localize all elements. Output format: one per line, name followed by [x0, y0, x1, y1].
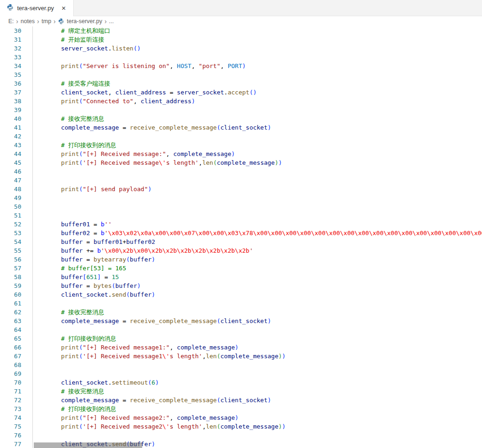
code-text[interactable] [32, 202, 482, 211]
code-text[interactable]: client_socket, client_address = server_s… [32, 88, 482, 97]
code-line[interactable]: 53 buffer02 = b'\x03\x02\x0a\x00\x00\x07… [0, 229, 482, 237]
code-text[interactable] [32, 361, 482, 369]
line-number[interactable]: 76 [0, 431, 32, 440]
line-number[interactable]: 70 [0, 378, 32, 387]
close-icon[interactable]: ✕ [60, 4, 67, 12]
code-line[interactable]: 51 [0, 211, 482, 220]
code-line[interactable]: 36 # 接受客户端连接 [0, 79, 482, 88]
code-text[interactable]: # 接受客户端连接 [32, 79, 482, 88]
code-line[interactable]: 71 # 接收完整消息 [0, 387, 482, 396]
code-line[interactable]: 31 # 开始监听连接 [0, 35, 482, 44]
line-number[interactable]: 66 [0, 343, 32, 352]
code-line[interactable]: 39 [0, 106, 482, 114]
code-line[interactable]: 42 [0, 132, 482, 141]
code-line[interactable]: 32 server_socket.listen() [0, 44, 482, 53]
code-text[interactable] [32, 167, 482, 176]
code-line[interactable]: 55 buffer += b'\x00\x2b\x00\x2b\x2b\x2b\… [0, 246, 482, 255]
code-text[interactable] [32, 106, 482, 114]
code-line[interactable]: 44 print("[+] Received message:", comple… [0, 149, 482, 158]
code-line[interactable]: 69 [0, 369, 482, 378]
code-line[interactable]: 70 client_socket.settimeout(6) [0, 378, 482, 387]
line-number[interactable]: 58 [0, 273, 32, 281]
code-text[interactable]: print('[+] Received message2\'s length',… [32, 422, 482, 431]
line-number[interactable]: 73 [0, 404, 32, 413]
code-text[interactable]: client_socket.send(buffer) [32, 290, 482, 299]
code-text[interactable] [32, 176, 482, 185]
breadcrumb-item[interactable]: tera-server.py [58, 18, 102, 25]
code-text[interactable] [32, 325, 482, 334]
line-number[interactable]: 59 [0, 281, 32, 290]
line-number[interactable]: 72 [0, 396, 32, 404]
code-line[interactable]: 68 [0, 361, 482, 369]
line-number[interactable]: 44 [0, 149, 32, 158]
code-line[interactable]: 54 buffer = buffer01+buffer02 [0, 237, 482, 246]
code-line[interactable]: 52 buffer01 = b'' [0, 220, 482, 229]
code-line[interactable]: 66 print("[+] Received message1:", compl… [0, 343, 482, 352]
line-number[interactable]: 48 [0, 185, 32, 193]
line-number[interactable]: 68 [0, 361, 32, 369]
code-line[interactable]: 62 # 接收完整消息 [0, 308, 482, 317]
code-text[interactable]: # 打印接收到的消息 [32, 404, 482, 413]
code-text[interactable] [32, 132, 482, 141]
code-line[interactable]: 56 buffer = bytearray(buffer) [0, 255, 482, 264]
breadcrumb-item[interactable]: tmp [42, 18, 51, 25]
code-line[interactable]: 76 [0, 431, 482, 440]
line-number[interactable]: 46 [0, 167, 32, 176]
code-text[interactable] [32, 299, 482, 308]
line-number[interactable]: 75 [0, 422, 32, 431]
code-text[interactable] [32, 211, 482, 220]
line-number[interactable]: 71 [0, 387, 32, 396]
code-text[interactable]: # 接收完整消息 [32, 387, 482, 396]
line-number[interactable]: 35 [0, 70, 32, 79]
line-number[interactable]: 47 [0, 176, 32, 185]
code-line[interactable]: 47 [0, 176, 482, 185]
code-line[interactable]: 65 # 打印接收到的消息 [0, 334, 482, 343]
line-number[interactable]: 42 [0, 132, 32, 141]
code-text[interactable] [32, 70, 482, 79]
line-number[interactable]: 45 [0, 158, 32, 167]
code-text[interactable] [32, 431, 482, 440]
code-text[interactable]: print("[+] Received message:", complete_… [32, 149, 482, 158]
code-text[interactable]: buffer[651] = 15 [32, 273, 482, 281]
code-text[interactable] [32, 369, 482, 378]
line-number[interactable]: 32 [0, 44, 32, 53]
code-line[interactable]: 74 print("[+] Received message2:", compl… [0, 413, 482, 422]
line-number[interactable]: 36 [0, 79, 32, 88]
line-number[interactable]: 43 [0, 141, 32, 149]
code-text[interactable]: complete_message = receive_complete_mess… [32, 396, 482, 404]
code-text[interactable]: print('[+] Received message1\'s length',… [32, 352, 482, 361]
code-text[interactable]: buffer = bytearray(buffer) [32, 255, 482, 264]
line-number[interactable]: 50 [0, 202, 32, 211]
line-number[interactable]: 38 [0, 97, 32, 106]
line-number[interactable]: 57 [0, 264, 32, 273]
code-text[interactable]: # 打印接收到的消息 [32, 334, 482, 343]
code-text[interactable]: print("[+] Received message2:", complete… [32, 413, 482, 422]
code-line[interactable]: 33 [0, 53, 482, 62]
line-number[interactable]: 64 [0, 325, 32, 334]
line-number[interactable]: 30 [0, 26, 32, 35]
code-text[interactable]: buffer = buffer01+buffer02 [32, 237, 482, 246]
code-line[interactable]: 40 # 接收完整消息 [0, 114, 482, 123]
code-text[interactable] [32, 53, 482, 62]
code-text[interactable]: # 打印接收到的消息 [32, 141, 482, 149]
line-number[interactable]: 63 [0, 317, 32, 325]
code-line[interactable]: 41 complete_message = receive_complete_m… [0, 123, 482, 132]
code-line[interactable]: 57 # buffer[53] = 165 [0, 264, 482, 273]
line-number[interactable]: 61 [0, 299, 32, 308]
line-number[interactable]: 67 [0, 352, 32, 361]
line-number[interactable]: 62 [0, 308, 32, 317]
code-text[interactable]: # 接收完整消息 [32, 114, 482, 123]
line-number[interactable]: 37 [0, 88, 32, 97]
code-text[interactable]: client_socket.settimeout(6) [32, 378, 482, 387]
code-line[interactable]: 35 [0, 70, 482, 79]
code-line[interactable]: 48 print("[+] send payload") [0, 185, 482, 193]
code-text[interactable]: print("Server is listening on", HOST, "p… [32, 62, 482, 70]
line-number[interactable]: 53 [0, 229, 32, 237]
line-number[interactable]: 65 [0, 334, 32, 343]
code-text[interactable]: buffer += b'\x00\x2b\x00\x2b\x2b\x2b\x2b… [32, 246, 482, 255]
code-line[interactable]: 58 buffer[651] = 15 [0, 273, 482, 281]
code-line[interactable]: 73 # 打印接收到的消息 [0, 404, 482, 413]
line-number[interactable]: 54 [0, 237, 32, 246]
code-line[interactable]: 72 complete_message = receive_complete_m… [0, 396, 482, 404]
breadcrumb-item[interactable]: ... [109, 18, 113, 25]
